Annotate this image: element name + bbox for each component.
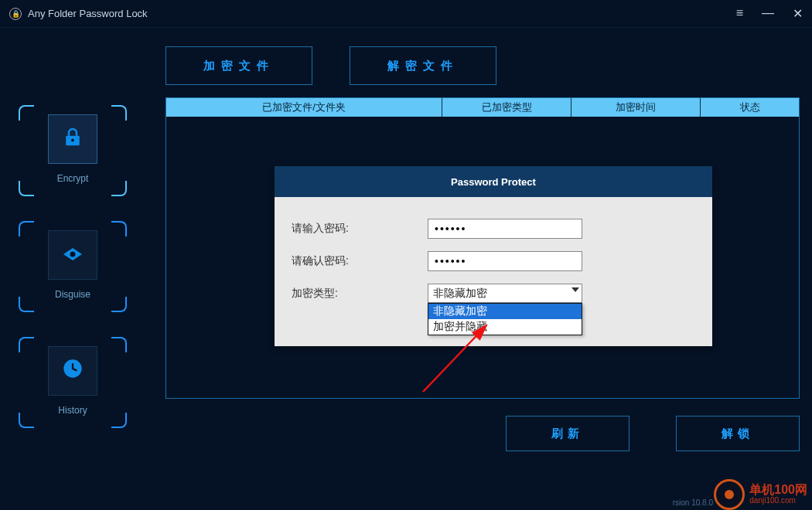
column-header-time[interactable]: 加密时间 — [571, 98, 701, 117]
table-area: 已加密文件/文件夹 已加密类型 加密时间 状态 Password Protect… — [165, 97, 800, 399]
confirm-label: 请确认密码: — [288, 254, 428, 268]
titlebar: 🔒 Any Folder Password Lock ≡ — ✕ — [0, 0, 812, 28]
lock-icon: 🔒 — [9, 8, 22, 20]
sidebar-inner — [48, 230, 97, 280]
dialog-title: Password Protect — [275, 166, 712, 197]
sidebar-item-encrypt[interactable]: Encrypt — [19, 105, 127, 196]
sidebar-item-disguise[interactable]: Disguise — [19, 221, 127, 312]
encrypt-file-button[interactable]: 加密文件 — [165, 46, 312, 85]
type-selected-value: 非隐藏加密 — [433, 287, 487, 301]
type-select-wrap: 非隐藏加密 非隐藏加密 加密并隐藏 — [428, 284, 582, 303]
column-header-status[interactable]: 状态 — [701, 98, 799, 117]
table-header: 已加密文件/文件夹 已加密类型 加密时间 状态 — [166, 98, 799, 117]
decrypt-file-button[interactable]: 解密文件 — [350, 46, 496, 85]
disguise-icon — [62, 243, 84, 267]
sidebar-item-history[interactable]: History — [19, 337, 127, 428]
type-dropdown: 非隐藏加密 加密并隐藏 — [428, 303, 582, 335]
svg-point-1 — [71, 138, 74, 141]
sidebar-inner — [48, 114, 97, 164]
dropdown-option[interactable]: 加密并隐藏 — [428, 319, 582, 335]
column-header-file[interactable]: 已加密文件/文件夹 — [166, 98, 442, 117]
watermark-title: 单机100网 — [749, 484, 807, 497]
chevron-down-icon — [571, 287, 579, 292]
sidebar-item-label: Disguise — [55, 289, 90, 300]
type-label: 加密类型: — [288, 287, 428, 301]
watermark-text: 单机100网 danji100.com — [749, 484, 812, 505]
app-title: Any Folder Password Lock — [28, 8, 736, 19]
refresh-button[interactable]: 刷新 — [506, 416, 629, 451]
password-input[interactable] — [428, 219, 582, 239]
sidebar-inner — [48, 346, 97, 396]
main-area: 加密文件 解密文件 已加密文件/文件夹 已加密类型 加密时间 状态 Passwo… — [147, 28, 812, 510]
top-buttons: 加密文件 解密文件 — [165, 46, 804, 85]
type-row: 加密类型: 非隐藏加密 非隐藏加密 加密并隐藏 — [288, 284, 698, 303]
window-controls: ≡ — ✕ — [736, 6, 803, 21]
dialog-body: 请输入密码: 请确认密码: 加密类型: 非隐藏加密 — [275, 197, 712, 346]
menu-icon[interactable]: ≡ — [736, 6, 743, 21]
padlock-icon — [61, 125, 84, 154]
password-label: 请输入密码: — [288, 222, 428, 236]
sidebar-item-label: History — [58, 405, 87, 416]
close-icon[interactable]: ✕ — [793, 6, 803, 21]
watermark: 单机100网 danji100.com — [714, 479, 812, 510]
password-row: 请输入密码: — [288, 219, 698, 239]
watermark-url: danji100.com — [749, 497, 807, 505]
unlock-button[interactable]: 解锁 — [676, 416, 800, 451]
clock-icon — [62, 358, 84, 385]
svg-point-2 — [70, 252, 76, 257]
dropdown-option[interactable]: 非隐藏加密 — [428, 304, 582, 319]
confirm-row: 请确认密码: — [288, 251, 698, 271]
type-select[interactable]: 非隐藏加密 — [428, 284, 582, 303]
sidebar: Encrypt Disguise History — [0, 28, 147, 510]
minimize-icon[interactable]: — — [762, 6, 774, 21]
column-header-type[interactable]: 已加密类型 — [442, 98, 571, 117]
watermark-logo-icon — [714, 479, 745, 510]
version-text: rsion 10.8.0 — [673, 498, 713, 507]
sidebar-item-label: Encrypt — [57, 173, 89, 184]
password-dialog: Password Protect 请输入密码: 请确认密码: 加密类型: — [275, 166, 712, 346]
bottom-buttons: 刷新 解锁 — [165, 416, 800, 451]
